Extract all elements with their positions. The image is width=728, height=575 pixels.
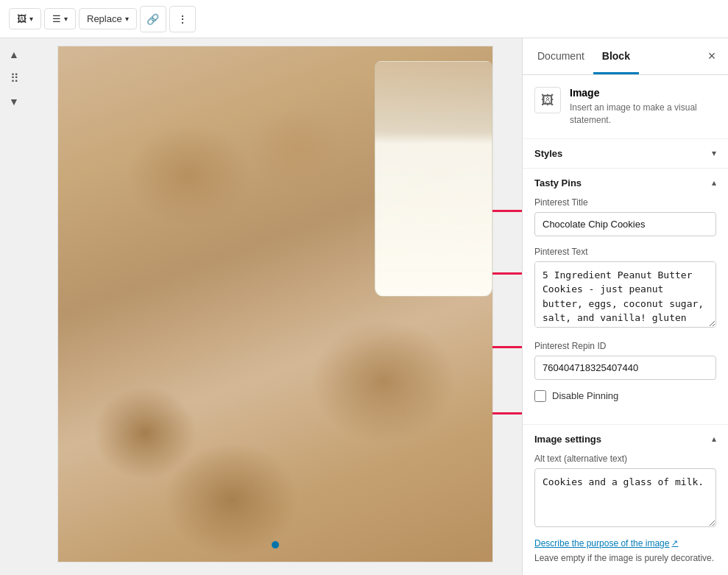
styles-section-title: Styles xyxy=(534,148,562,159)
link-btn[interactable]: 🔗 xyxy=(140,6,166,32)
image-info-text: Image Insert an image to make a visual s… xyxy=(570,87,716,127)
alt-text-input[interactable]: Cookies and a glass of milk. xyxy=(534,468,716,527)
pinterest-title-label: Pinterest Title xyxy=(534,197,716,208)
chevron-down-icon-2: ▾ xyxy=(64,15,68,23)
pinterest-repin-input[interactable] xyxy=(534,356,716,380)
drag-icon: ⠿ xyxy=(10,71,18,85)
move-up-btn[interactable]: ▲ xyxy=(4,44,24,65)
drag-handle-btn[interactable]: ⠿ xyxy=(4,68,24,88)
link-icon: 🔗 xyxy=(146,13,159,25)
disable-pinning-checkbox[interactable] xyxy=(534,390,546,402)
arrow-repin-id xyxy=(492,341,523,353)
arrow-disable-pinning xyxy=(492,407,523,419)
disable-pinning-label[interactable]: Disable Pinning xyxy=(552,390,618,401)
arrow-pinterest-title xyxy=(492,205,523,216)
tab-document[interactable]: Document xyxy=(529,40,593,74)
main-area: ▲ ⠿ ▼ xyxy=(0,38,728,575)
up-arrow-icon: ▲ xyxy=(9,49,19,60)
image-type-btn[interactable]: 🖼 ▾ xyxy=(9,8,41,29)
image-settings-title: Image settings xyxy=(534,434,601,445)
disable-pinning-row: Disable Pinning xyxy=(534,390,716,402)
image-settings-chevron-icon: ▴ xyxy=(712,434,716,444)
scroll-indicator xyxy=(272,541,279,548)
alt-link-row: Describe the purpose of the image ↗ xyxy=(534,536,716,549)
external-link-icon: ↗ xyxy=(671,538,678,548)
pinterest-text-label: Pinterest Text xyxy=(534,247,716,257)
down-arrow-icon: ▼ xyxy=(9,96,19,107)
image-block-icon: 🖼 xyxy=(534,87,561,113)
pinterest-text-input[interactable]: 5 Ingredient Peanut Butter Cookies - jus… xyxy=(534,261,716,328)
styles-section: Styles ▾ xyxy=(523,139,728,169)
tasty-pins-section: Tasty Pins ▴ Pinterest Title Pinterest T… xyxy=(523,169,728,425)
image-section-description: Insert an image to make a visual stateme… xyxy=(570,102,716,127)
right-panel: Document Block × 🖼 Image Insert an image… xyxy=(522,38,728,575)
image-settings-content: Alt text (alternative text) Cookies and … xyxy=(523,454,728,575)
alt-text-label: Alt text (alternative text) xyxy=(534,454,716,464)
image-type-icon: 🖼 xyxy=(541,93,554,108)
tab-block[interactable]: Block xyxy=(593,40,639,74)
align-icon: ☰ xyxy=(52,13,61,24)
replace-label: Replace xyxy=(87,13,122,24)
milk-glass xyxy=(375,61,492,297)
pinterest-repin-label: Pinterest Repin ID xyxy=(534,341,716,351)
image-icon: 🖼 xyxy=(17,13,26,24)
alt-link-text: Describe the purpose of the image xyxy=(534,538,669,548)
canvas-area xyxy=(28,38,522,575)
alt-describe-link[interactable]: Describe the purpose of the image ↗ xyxy=(534,538,678,548)
close-panel-btn[interactable]: × xyxy=(702,46,722,67)
tasty-pins-content: Pinterest Title Pinterest Text 5 Ingredi… xyxy=(523,197,728,424)
tasty-pins-title: Tasty Pins xyxy=(534,177,582,188)
tasty-pins-chevron-icon: ▴ xyxy=(712,177,716,188)
chevron-down-icon-3: ▾ xyxy=(125,15,129,23)
image-section-title: Image xyxy=(570,87,716,99)
cookie-image xyxy=(58,46,492,562)
panel-tabs: Document Block × xyxy=(523,38,728,75)
styles-chevron-icon: ▾ xyxy=(712,148,716,158)
arrow-pinterest-text xyxy=(492,267,523,279)
pinterest-title-input[interactable] xyxy=(534,212,716,236)
image-block[interactable] xyxy=(57,46,493,562)
more-icon: ⋮ xyxy=(177,13,188,25)
tasty-pins-header[interactable]: Tasty Pins ▴ xyxy=(523,169,728,197)
editor-toolbar: 🖼 ▾ ☰ ▾ Replace ▾ 🔗 ⋮ xyxy=(0,0,728,38)
close-icon: × xyxy=(708,49,716,64)
image-info-section: 🖼 Image Insert an image to make a visual… xyxy=(523,75,728,139)
move-down-btn[interactable]: ▼ xyxy=(4,91,24,112)
styles-section-header[interactable]: Styles ▾ xyxy=(523,139,728,168)
more-options-btn[interactable]: ⋮ xyxy=(169,6,196,32)
image-settings-section: Image settings ▴ Alt text (alternative t… xyxy=(523,425,728,575)
block-controls: ▲ ⠿ ▼ xyxy=(0,38,28,575)
image-settings-header[interactable]: Image settings ▴ xyxy=(523,425,728,454)
chevron-down-icon: ▾ xyxy=(29,15,33,23)
replace-btn[interactable]: Replace ▾ xyxy=(79,8,137,29)
alt-note: Leave empty if the image is purely decor… xyxy=(534,552,716,565)
align-btn[interactable]: ☰ ▾ xyxy=(44,8,76,29)
